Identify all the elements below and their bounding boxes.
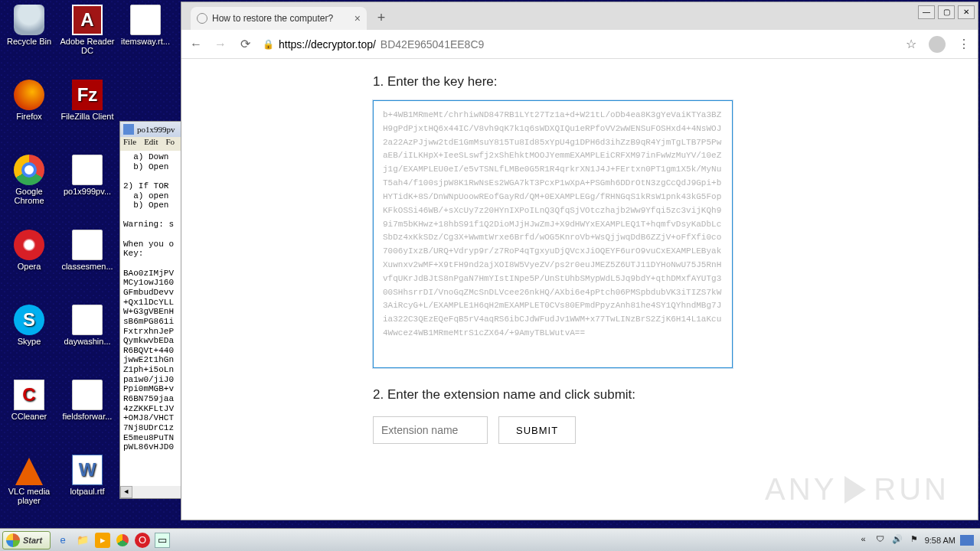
start-label: Start — [23, 536, 42, 545]
reload-button[interactable]: ⟳ — [238, 37, 252, 51]
icon-label: Recycle Bin — [0, 37, 58, 46]
tray-expand-icon[interactable]: « — [858, 534, 870, 546]
icon-label: po1x999pv... — [58, 187, 116, 196]
url-field[interactable]: 🔒 https://decryptor.top/BD42E965041EE8C9 — [263, 38, 895, 51]
profile-avatar-icon[interactable] — [929, 36, 946, 53]
icon-label: lotpaul.rtf — [58, 487, 116, 496]
notepad-app-icon — [123, 124, 134, 135]
menu-file[interactable]: File — [123, 137, 136, 151]
lock-icon: 🔒 — [263, 39, 274, 50]
icon-label: Firefox — [0, 112, 58, 121]
file-icon-4[interactable]: fieldsforwar... — [58, 380, 116, 421]
windows-logo-icon — [6, 533, 20, 547]
filezilla-icon[interactable]: FzFileZilla Client — [58, 80, 116, 121]
icon-label: daywashin... — [58, 337, 116, 346]
icon-label: CCleaner — [0, 412, 58, 421]
start-button[interactable]: Start — [2, 531, 51, 549]
maximize-button[interactable]: ▢ — [938, 5, 955, 19]
step2-label: 2. Enter the extension name and click su… — [373, 387, 786, 403]
menu-edit[interactable]: Edit — [144, 137, 158, 151]
icon-label: Opera — [0, 262, 58, 271]
icon-label: FileZilla Client — [58, 112, 116, 121]
file-icon[interactable]: itemsway.rt... — [116, 5, 175, 46]
show-desktop-icon[interactable] — [960, 535, 974, 546]
quick-launch: e 📁 ▸ O ▭ — [55, 533, 170, 548]
volume-icon[interactable]: 🔊 — [891, 534, 903, 546]
step1-label: 1. Enter the key here: — [373, 74, 786, 90]
opera-taskbar-icon[interactable]: O — [135, 533, 150, 548]
security-shield-icon[interactable]: 🛡 — [874, 534, 887, 546]
skype-icon[interactable]: SSkype — [0, 305, 58, 346]
file-icon-3[interactable]: daywashin... — [58, 305, 116, 346]
scroll-left-arrow-icon[interactable]: ◄ — [120, 486, 132, 498]
flag-icon[interactable]: ⚑ — [908, 534, 920, 546]
media-player-icon[interactable]: ▸ — [95, 533, 110, 548]
icon-label: itemsway.rt... — [116, 37, 175, 46]
browser-right-icons: ☆ ⋮ — [906, 36, 970, 53]
chrome-taskbar-icon[interactable] — [115, 533, 130, 548]
browser-tab[interactable]: How to restore the computer? × — [191, 7, 367, 30]
icon-label: classesmen... — [58, 262, 116, 271]
taskbar: Start e 📁 ▸ O ▭ « 🛡 🔊 ⚑ 9:58 AM — [0, 528, 980, 551]
globe-icon — [197, 13, 207, 24]
adobe-reader-icon[interactable]: AAdobe Reader DC — [58, 5, 116, 55]
notepad-title: po1x999pv — [137, 125, 175, 134]
minimize-button[interactable]: — — [918, 5, 935, 19]
chrome-icon[interactable]: Google Chrome — [0, 155, 58, 205]
key-input[interactable] — [373, 100, 733, 368]
icon-label: VLC media player — [0, 487, 58, 505]
close-button[interactable]: ✕ — [958, 5, 975, 19]
window-controls: — ▢ ✕ — [918, 5, 975, 19]
menu-format[interactable]: Fo — [165, 137, 175, 151]
word-doc-icon[interactable]: Wlotpaul.rtf — [58, 455, 116, 496]
icon-label: Adobe Reader DC — [58, 37, 116, 55]
vlc-icon[interactable]: VLC media player — [0, 455, 58, 505]
forward-button[interactable]: → — [214, 37, 227, 51]
kebab-menu-icon[interactable]: ⋮ — [958, 37, 970, 51]
file-icon-2[interactable]: classesmen... — [58, 230, 116, 271]
textfile-icon[interactable]: po1x999pv... — [58, 155, 116, 196]
url-path: BD42E965041EE8C9 — [381, 38, 484, 51]
address-bar: ← → ⟳ 🔒 https://decryptor.top/BD42E96504… — [181, 30, 978, 59]
opera-icon[interactable]: Opera — [0, 230, 58, 271]
extension-name-input[interactable] — [373, 416, 488, 444]
icon-label: Google Chrome — [0, 187, 58, 205]
notepad-taskbar-icon[interactable]: ▭ — [155, 533, 170, 548]
tab-close-icon[interactable]: × — [354, 12, 361, 24]
submit-button[interactable]: SUBMIT — [498, 416, 576, 444]
ie-icon[interactable]: e — [55, 533, 70, 548]
explorer-icon[interactable]: 📁 — [75, 533, 90, 548]
back-button[interactable]: ← — [189, 37, 203, 51]
recycle-bin-icon[interactable]: Recycle Bin — [0, 5, 58, 46]
page-content: 1. Enter the key here: 2. Enter the exte… — [181, 59, 978, 520]
url-host: https://decryptor.top/ — [279, 38, 376, 51]
tab-title: How to restore the computer? — [212, 13, 333, 24]
tab-strip: How to restore the computer? × + — [181, 2, 978, 30]
star-icon[interactable]: ☆ — [906, 37, 916, 51]
system-tray: « 🛡 🔊 ⚑ 9:58 AM — [858, 534, 980, 546]
icon-label: fieldsforwar... — [58, 412, 116, 421]
browser-window: — ▢ ✕ How to restore the computer? × + ←… — [181, 2, 978, 520]
firefox-icon[interactable]: Firefox — [0, 80, 58, 121]
ccleaner-icon[interactable]: CCCleaner — [0, 380, 58, 421]
clock[interactable]: 9:58 AM — [925, 536, 956, 545]
new-tab-button[interactable]: + — [371, 10, 391, 30]
icon-label: Skype — [0, 337, 58, 346]
